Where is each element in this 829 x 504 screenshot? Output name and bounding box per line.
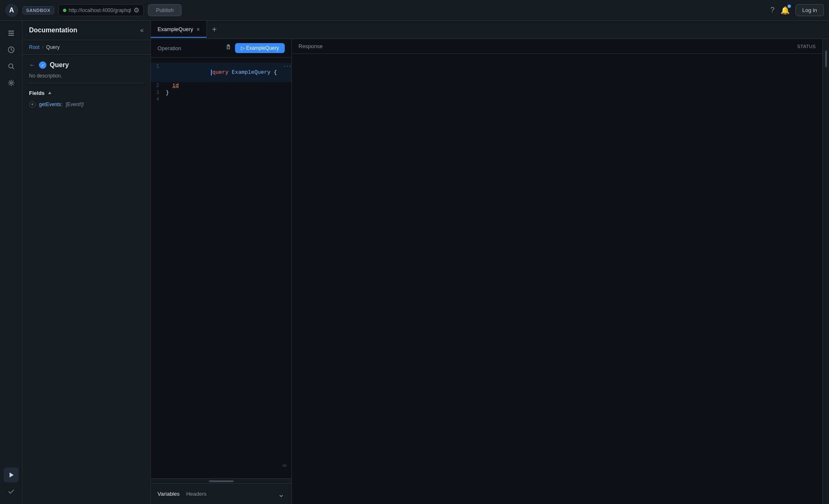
expand-variables-icon[interactable]: ⌄ [278,489,285,499]
fields-label: Fields [29,90,45,96]
svg-rect-0 [8,31,14,32]
svg-point-5 [10,82,12,84]
field-add-button[interactable]: + [29,101,36,108]
docs-query-header: ← ✓ Query [29,61,144,69]
editor-scrollbar[interactable] [209,480,234,482]
breadcrumb-current: Query [46,44,60,50]
bell-icon[interactable]: 🔔 [781,6,790,15]
icon-sidebar-bottom [4,468,19,499]
response-title: Response [298,43,323,49]
breadcrumb-separator: › [42,44,44,50]
operations-sidebar-btn[interactable] [4,26,19,41]
notification-badge [788,5,791,8]
publish-button[interactable]: Publish [148,4,182,16]
variables-bar: Variables Headers ⌄ [151,483,291,504]
main-layout: Documentation « Root › Query ← ✓ Query N… [0,21,829,504]
search-sidebar-btn[interactable] [4,59,19,74]
headers-tab[interactable]: Headers [186,491,206,497]
code-line-1: 1 query ExampleQuery { ··· [151,63,291,82]
line-num-4: 4 [151,97,166,102]
line-num-1: 1 [151,63,166,69]
field-type: [Event!]! [66,102,84,107]
icon-sidebar [0,21,22,504]
code-line-3: 3 } [151,89,291,96]
tab-label: ExampleQuery [158,26,193,32]
code-line-2: 2 id [151,82,291,89]
right-edge-handle[interactable] [825,51,827,67]
code-more-options[interactable]: ··· [283,64,291,69]
help-icon[interactable]: ? [771,6,775,15]
tabs-bar: ExampleQuery × + [151,21,829,39]
query-name: Query [50,61,69,69]
docs-description: No description. [29,73,144,83]
response-pane: Response STATUS [292,39,822,504]
query-check-badge: ✓ [39,61,46,69]
url-area: http://localhost:4000/graphql ⚙ [58,4,144,16]
docs-fields-header: Fields [29,90,144,96]
breadcrumb: Root › Query [22,40,150,55]
share-icon[interactable] [225,44,232,52]
content-area: ExampleQuery × + Operation [151,21,829,504]
url-settings-icon[interactable]: ⚙ [133,6,139,14]
response-body [292,54,822,504]
docs-content: ← ✓ Query No description. Fields + getEv… [22,55,150,504]
url-text: http://localhost:4000/graphql [69,7,131,13]
topbar-right: ? 🔔 Log in [771,4,824,16]
line-num-2: 2 [151,83,166,89]
tab-close-button[interactable]: × [196,27,200,32]
history-sidebar-btn[interactable] [4,42,19,57]
connection-status-dot [63,9,66,12]
field-name: getEvents: [39,102,63,107]
topbar: A SANDBOX http://localhost:4000/graphql … [0,0,829,21]
code-line-4: 4 [151,96,291,103]
settings-sidebar-btn[interactable] [4,75,19,90]
line-content-2: id [166,82,291,89]
docs-panel: Documentation « Root › Query ← ✓ Query N… [22,21,151,504]
cursor [211,70,212,75]
split-pane: Operation ▷ ExampleQuery [151,39,829,504]
docs-title: Documentation [29,27,77,34]
editor-toolbar: Operation ▷ ExampleQuery [151,39,291,58]
tab-example-query[interactable]: ExampleQuery × [151,21,207,39]
svg-marker-6 [10,472,14,477]
run-button[interactable]: ▷ ExampleQuery [235,43,285,53]
svg-marker-7 [48,92,51,94]
breadcrumb-root[interactable]: Root [29,44,39,50]
editor-scrollbar-area [151,478,291,483]
check-sidebar-btn[interactable] [4,484,19,499]
back-button[interactable]: ← [29,61,36,69]
sandbox-badge: SANDBOX [22,6,54,15]
tab-add-button[interactable]: + [207,21,222,39]
play-sidebar-btn[interactable] [4,468,19,482]
operation-label: Operation [158,45,181,51]
line-num-3: 3 [151,90,166,96]
keyboard-hint-icon: ⌨ [282,462,286,470]
logo: A [5,4,18,17]
editor-pane: Operation ▷ ExampleQuery [151,39,292,504]
line-content-3: } [166,90,291,96]
code-editor[interactable]: 1 query ExampleQuery { ··· 2 id 3 [151,58,291,478]
fields-sort-icon [47,91,52,96]
response-status: STATUS [797,44,816,49]
collapse-button[interactable]: « [140,27,144,34]
docs-field-item: + getEvents: [Event!]! [29,101,144,108]
svg-rect-1 [8,33,14,34]
docs-panel-header: Documentation « [22,21,150,40]
response-toolbar: Response STATUS [292,39,822,54]
login-button[interactable]: Log in [795,4,824,16]
svg-rect-2 [8,35,14,36]
editor-toolbar-right: ▷ ExampleQuery [225,43,285,53]
right-edge [822,39,829,504]
variables-tab[interactable]: Variables [158,491,179,497]
line-content-1: query ExampleQuery { [166,63,280,82]
